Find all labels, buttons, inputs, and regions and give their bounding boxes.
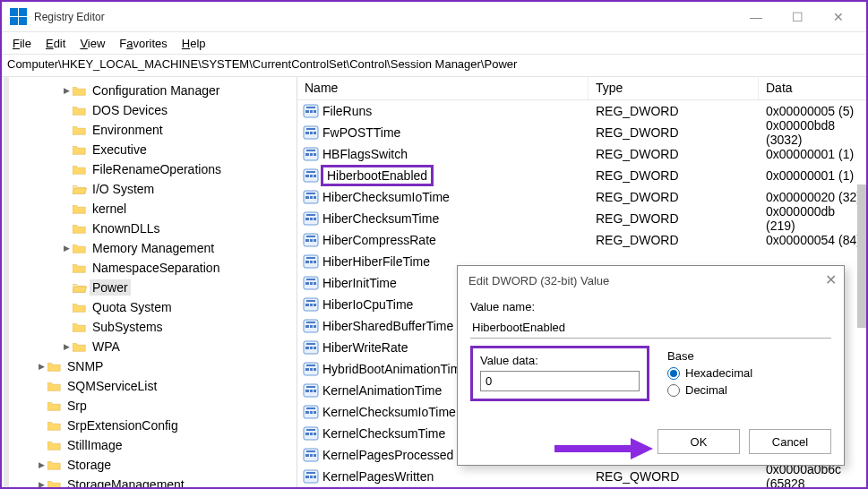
- row-name: KernelChecksumIoTime: [322, 405, 456, 419]
- tree-node[interactable]: ▶Configuration Manager: [9, 81, 296, 100]
- folder-open-icon: [72, 182, 88, 196]
- folder-icon: [72, 103, 88, 117]
- list-row[interactable]: HiberCompressRateREG_DWORD0x00000054 (84…: [297, 229, 866, 251]
- row-data: 0x00000005 (5): [759, 104, 866, 118]
- tree-node[interactable]: ▶Memory Management: [9, 238, 296, 258]
- tree-label: SQMServiceList: [64, 378, 159, 394]
- row-name: KernelPagesWritten: [322, 469, 434, 484]
- list-row[interactable]: KernelPagesWrittenREG_QWORD0x0000a0b6c (…: [297, 466, 866, 487]
- minimize-button[interactable]: —: [735, 4, 777, 30]
- tree-node[interactable]: ▶StorageManagement: [9, 475, 296, 487]
- row-name: KernelAnimationTime: [322, 383, 442, 398]
- expand-icon[interactable]: ▶: [61, 86, 72, 95]
- row-name: HiberChecksumTime: [322, 211, 439, 226]
- row-name: HybridBootAnimationTime: [322, 362, 468, 376]
- row-name: KernelChecksumTime: [322, 426, 445, 441]
- tree-node[interactable]: SrpExtensionConfig: [9, 416, 296, 435]
- row-data: 0x000000db (219): [759, 204, 866, 233]
- tree-label: SubSystems: [90, 319, 166, 335]
- ok-button[interactable]: OK: [657, 429, 740, 454]
- reg-value-icon: [301, 103, 321, 119]
- row-name: HiberWriteRate: [322, 340, 408, 355]
- address-bar[interactable]: Computer\HKEY_LOCAL_MACHINE\SYSTEM\Curre…: [2, 54, 866, 77]
- row-name: HiberbootEnabled: [321, 165, 434, 186]
- tree-node[interactable]: StillImage: [9, 435, 296, 455]
- list-row[interactable]: HBFlagsSwitchREG_DWORD0x00000001 (1): [297, 143, 866, 165]
- expand-icon[interactable]: ▶: [36, 362, 47, 371]
- close-button[interactable]: ✕: [818, 4, 859, 30]
- folder-icon: [47, 438, 63, 452]
- row-type: REG_DWORD: [589, 211, 759, 226]
- menu-help[interactable]: Help: [175, 35, 213, 52]
- reg-value-icon: [301, 232, 321, 248]
- row-name: HiberCompressRate: [322, 233, 436, 247]
- row-name: HiberInitTime: [322, 276, 397, 290]
- menu-file[interactable]: File: [5, 35, 39, 52]
- row-name: HiberHiberFileTime: [322, 254, 430, 269]
- list-row[interactable]: FwPOSTTimeREG_DWORD0x00000bd8 (3032): [297, 122, 866, 143]
- cancel-button[interactable]: Cancel: [749, 429, 831, 454]
- tree-label: I/O System: [90, 181, 157, 197]
- maximize-button[interactable]: ☐: [777, 4, 818, 30]
- folder-icon: [72, 339, 88, 354]
- expand-icon[interactable]: ▶: [61, 244, 72, 253]
- expand-icon[interactable]: ▶: [36, 480, 47, 487]
- tree-label: kernel: [90, 201, 129, 217]
- tree-node[interactable]: Quota System: [9, 297, 296, 317]
- tree-node[interactable]: KnownDLLs: [9, 219, 296, 238]
- col-name[interactable]: Name: [297, 77, 589, 99]
- tree-node[interactable]: NamespaceSeparation: [9, 258, 296, 278]
- reg-value-icon: [301, 361, 321, 377]
- radio-hexadecimal[interactable]: Hexadecimal: [667, 366, 831, 380]
- tree-label: StorageManagement: [64, 476, 187, 487]
- folder-icon: [47, 399, 63, 413]
- menu-view[interactable]: View: [73, 35, 112, 52]
- menubar: File Edit View Favorites Help: [2, 32, 866, 54]
- menu-favorites[interactable]: Favorites: [112, 35, 174, 52]
- row-name: HiberIoCpuTime: [322, 297, 413, 312]
- radio-dot-icon: [667, 367, 680, 380]
- col-type[interactable]: Type: [589, 77, 759, 99]
- tree-node[interactable]: Environment: [9, 120, 296, 140]
- tree-node[interactable]: DOS Devices: [9, 100, 296, 120]
- tree-node[interactable]: SubSystems: [9, 317, 296, 337]
- folder-icon: [47, 458, 63, 472]
- value-data-input[interactable]: [480, 371, 640, 391]
- tree-node[interactable]: Srp: [9, 396, 296, 416]
- expand-icon[interactable]: ▶: [36, 460, 47, 469]
- folder-icon: [47, 379, 63, 393]
- row-name: FileRuns: [322, 104, 372, 118]
- tree-node[interactable]: ▶Storage: [9, 455, 296, 475]
- tree-node[interactable]: Executive: [9, 140, 296, 159]
- folder-icon: [72, 221, 88, 236]
- tree-pane: ▶Configuration ManagerDOS DevicesEnviron…: [2, 77, 297, 487]
- tree-label: Executive: [90, 142, 150, 158]
- reg-value-icon: [301, 425, 321, 442]
- dialog-close-icon[interactable]: ✕: [825, 271, 837, 288]
- tree-node[interactable]: kernel: [9, 199, 296, 219]
- row-data: 0x00000bd8 (3032): [759, 118, 866, 147]
- tree-label: SrpExtensionConfig: [64, 417, 181, 433]
- expand-icon[interactable]: ▶: [61, 342, 72, 351]
- tree-scrollbar[interactable]: [288, 328, 296, 426]
- tree-node[interactable]: Power: [9, 278, 296, 297]
- row-data: 0x0000a0b6c (65828: [759, 462, 866, 487]
- radio-decimal[interactable]: Decimal: [667, 383, 831, 397]
- tree-label: StillImage: [64, 437, 125, 453]
- list-row[interactable]: HiberbootEnabledREG_DWORD0x00000001 (1): [297, 165, 866, 186]
- tree-node[interactable]: ▶SNMP: [9, 356, 296, 376]
- radio-dot-icon: [667, 384, 680, 397]
- value-name-field[interactable]: HiberbootEnabled: [470, 317, 831, 339]
- tree-node[interactable]: FileRenameOperations: [9, 159, 296, 179]
- tree-label: SNMP: [64, 358, 106, 374]
- annotation-arrow-icon: [550, 435, 657, 462]
- list-row[interactable]: HiberChecksumTimeREG_DWORD0x000000db (21…: [297, 208, 866, 229]
- row-name: HiberChecksumIoTime: [322, 190, 450, 204]
- list-scrollbar[interactable]: [857, 184, 866, 328]
- tree-node[interactable]: ▶WPA: [9, 337, 296, 356]
- tree-node[interactable]: I/O System: [9, 179, 296, 199]
- col-data[interactable]: Data: [759, 77, 866, 99]
- tree-node[interactable]: SQMServiceList: [9, 376, 296, 396]
- menu-edit[interactable]: Edit: [39, 35, 73, 52]
- tree-label: FileRenameOperations: [90, 161, 224, 177]
